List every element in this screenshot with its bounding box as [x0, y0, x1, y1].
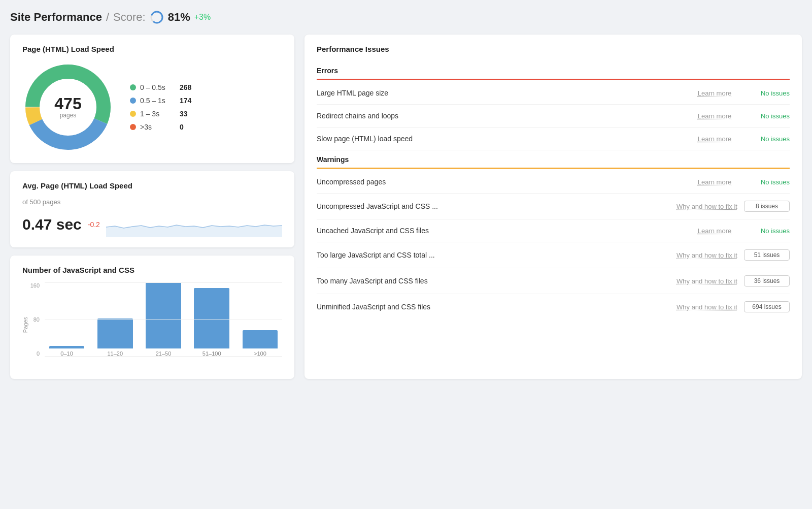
warnings-divider — [317, 168, 790, 169]
learn-more-redirect[interactable]: Learn more — [689, 112, 740, 120]
issue-unminified-js-css: Unminified JavaScript and CSS files Why … — [317, 294, 790, 320]
donut-chart: 475 pages — [22, 61, 114, 153]
status-large-html: No issues — [744, 89, 790, 97]
issue-name-large-js-css-total: Too large JavaScript and CSS total ... — [317, 251, 670, 259]
badge-uncompressed-js-css: 8 issues — [744, 201, 790, 212]
issue-uncompressed-pages: Uncompressed pages Learn more No issues — [317, 171, 790, 194]
svg-marker-6 — [106, 225, 282, 237]
js-css-title: Number of JavaScript and CSS — [22, 266, 282, 274]
legend-item-2: 1 – 3s 33 — [130, 110, 191, 118]
page-title: Site Performance — [10, 11, 102, 24]
issue-name-unminified-js-css: Unminified JavaScript and CSS files — [317, 303, 670, 311]
bar-label-4: >100 — [254, 351, 266, 357]
legend-dot-3 — [130, 124, 136, 130]
learn-more-large-html[interactable]: Learn more — [689, 89, 740, 97]
legend-count-3: 0 — [180, 123, 184, 131]
y-axis-title: Pages — [22, 317, 28, 333]
score-label: Score: — [113, 11, 146, 24]
legend-count-2: 33 — [180, 110, 188, 118]
why-fix-unminified-js-css[interactable]: Why and how to fix it — [674, 303, 740, 311]
legend-range-1: 0.5 – 1s — [140, 97, 176, 105]
score-delta: +3% — [194, 13, 211, 22]
avg-speed-value: 0.47 sec — [22, 216, 82, 233]
bar-group-1: 11–20 — [93, 282, 137, 357]
issue-name-large-html: Large HTML page size — [317, 89, 685, 97]
bar-label-1: 11–20 — [108, 351, 123, 357]
page-header: Site Performance / Score: 81% +3% — [10, 10, 802, 24]
performance-issues-card: Performance Issues Errors Large HTML pag… — [304, 35, 802, 379]
issue-name-uncompressed-pages: Uncompressed pages — [317, 178, 685, 186]
bar-group-0: 0–10 — [45, 282, 89, 357]
avg-speed-row: 0.47 sec -0.2 — [22, 212, 282, 237]
why-fix-uncompressed-js-css[interactable]: Why and how to fix it — [674, 203, 740, 210]
bar-label-3: 51–100 — [202, 351, 221, 357]
load-speed-title: Page (HTML) Load Speed — [22, 45, 282, 53]
learn-more-uncached-js-css[interactable]: Learn more — [689, 227, 740, 235]
legend-dot-1 — [130, 98, 136, 104]
why-fix-too-many-js-css[interactable]: Why and how to fix it — [674, 277, 740, 285]
y-label-0: 0 — [37, 351, 40, 357]
issue-uncached-js-css: Uncached JavaScript and CSS files Learn … — [317, 219, 790, 242]
donut-total: 475 — [54, 96, 81, 112]
legend-item-0: 0 – 0.5s 268 — [130, 83, 191, 91]
bar-group-4: >100 — [238, 282, 282, 357]
bar-label-2: 21–50 — [156, 351, 172, 357]
bar-2 — [146, 282, 181, 348]
errors-header: Errors — [317, 61, 790, 79]
donut-legend: 0 – 0.5s 268 0.5 – 1s 174 1 – 3s 33 — [130, 83, 191, 131]
legend-dot-2 — [130, 111, 136, 117]
donut-section: 475 pages 0 – 0.5s 268 0.5 – 1s 174 — [22, 61, 282, 153]
avg-speed-delta: -0.2 — [88, 220, 100, 229]
issue-slow-html: Slow page (HTML) load speed Learn more N… — [317, 128, 790, 150]
issue-large-js-css-total: Too large JavaScript and CSS total ... W… — [317, 242, 790, 268]
issue-name-uncached-js-css: Uncached JavaScript and CSS files — [317, 227, 685, 235]
main-layout: Page (HTML) Load Speed — [10, 35, 802, 379]
errors-divider — [317, 79, 790, 80]
bar-4 — [243, 330, 278, 349]
load-speed-card: Page (HTML) Load Speed — [10, 35, 294, 163]
y-label-80: 80 — [33, 316, 40, 323]
legend-range-0: 0 – 0.5s — [140, 83, 176, 91]
y-label-160: 160 — [30, 282, 40, 289]
bar-0 — [49, 346, 85, 348]
learn-more-slow-html[interactable]: Learn more — [689, 135, 740, 143]
badge-unminified-js-css: 694 issues — [744, 301, 790, 312]
issue-name-uncompressed-js-css: Uncompressed JavaScript and CSS ... — [317, 202, 670, 210]
warnings-header: Warnings — [317, 150, 790, 168]
bar-3 — [194, 288, 229, 348]
issue-name-redirect: Redirect chains and loops — [317, 112, 685, 120]
legend-dot-0 — [130, 84, 136, 90]
bar-group-3: 51–100 — [190, 282, 234, 357]
bar-group-2: 21–50 — [141, 282, 185, 357]
legend-count-0: 268 — [180, 83, 191, 91]
issue-name-too-many-js-css: Too many JavaScript and CSS files — [317, 277, 670, 285]
sparkline-chart — [106, 212, 282, 237]
legend-item-1: 0.5 – 1s 174 — [130, 97, 191, 105]
status-uncompressed-pages: No issues — [744, 178, 790, 186]
donut-center: 475 pages — [54, 96, 81, 119]
issue-name-slow-html: Slow page (HTML) load speed — [317, 135, 685, 143]
issue-uncompressed-js-css: Uncompressed JavaScript and CSS ... Why … — [317, 194, 790, 219]
learn-more-uncompressed-pages[interactable]: Learn more — [689, 178, 740, 186]
badge-too-many-js-css: 36 issues — [744, 275, 790, 287]
avg-speed-card: Avg. Page (HTML) Load Speed of 500 pages… — [10, 171, 294, 247]
issue-too-many-js-css: Too many JavaScript and CSS files Why an… — [317, 268, 790, 294]
legend-range-3: >3s — [140, 123, 176, 131]
score-circle-icon — [150, 10, 164, 24]
badge-large-js-css-total: 51 issues — [744, 249, 790, 261]
issue-large-html: Large HTML page size Learn more No issue… — [317, 82, 790, 105]
donut-label: pages — [54, 112, 81, 119]
bar-label-0: 0–10 — [60, 351, 73, 357]
avg-speed-subtitle: of 500 pages — [22, 198, 282, 206]
avg-speed-title: Avg. Page (HTML) Load Speed — [22, 181, 282, 190]
bar-1 — [97, 319, 133, 348]
why-fix-large-js-css-total[interactable]: Why and how to fix it — [674, 251, 740, 259]
perf-issues-title: Performance Issues — [317, 45, 790, 53]
legend-item-3: >3s 0 — [130, 123, 191, 131]
left-column: Page (HTML) Load Speed — [10, 35, 294, 379]
status-redirect: No issues — [744, 112, 790, 120]
status-slow-html: No issues — [744, 135, 790, 143]
score-value: 81% — [168, 11, 190, 24]
js-css-card: Number of JavaScript and CSS 160 80 0 Pa… — [10, 256, 294, 379]
legend-range-2: 1 – 3s — [140, 110, 176, 118]
